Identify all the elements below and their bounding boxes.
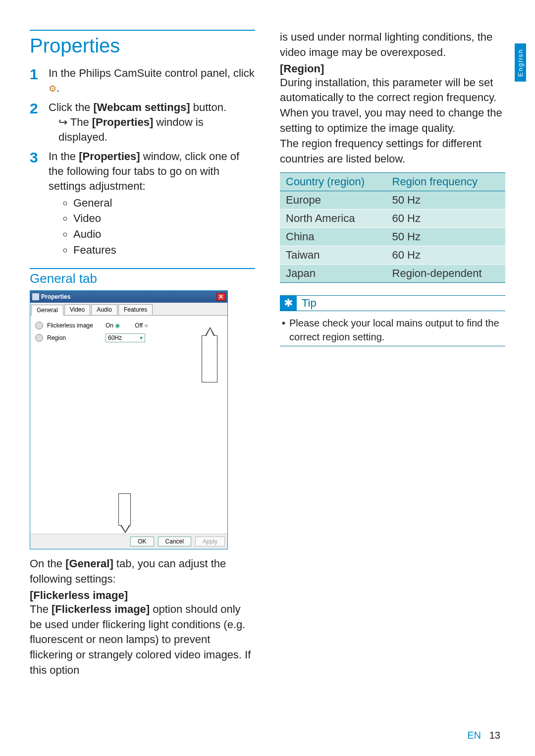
tip-box: ✱ Tip Please check your local mains outp… [280, 295, 505, 346]
step-1-body: In the Philips CamSuite control panel, c… [49, 66, 255, 95]
region-body: During installation, this parameter will… [280, 75, 505, 136]
region-frequency-table: Country (region) Region frequency Europe… [280, 172, 505, 283]
apply-button[interactable]: Apply [195, 537, 225, 546]
tab-features[interactable]: Features [118, 304, 153, 315]
step-number-2: 2 [30, 100, 49, 116]
tab-audio[interactable]: Audio [91, 304, 117, 315]
general-tab-heading: General tab [30, 268, 255, 286]
flickerless-label: Flickerless image [47, 322, 102, 329]
table-row: JapanRegion-dependent [280, 265, 505, 283]
cancel-button[interactable]: Cancel [158, 537, 191, 546]
table-row: Taiwan60 Hz [280, 246, 505, 265]
app-icon [32, 293, 39, 300]
region-label: Region [47, 334, 102, 341]
step-3-item: Audio [73, 227, 255, 242]
step-3-item: General [73, 196, 255, 211]
step-3-body: In the [Properties] window, click one of… [49, 149, 255, 258]
flickerless-on-radio[interactable]: On ◉ [106, 322, 120, 329]
flickerless-icon [35, 322, 43, 329]
region-icon [35, 334, 43, 342]
callout-arrow-ok [118, 493, 131, 526]
step-3-item: Video [73, 211, 255, 226]
ok-button[interactable]: OK [130, 537, 154, 546]
close-icon[interactable]: ✕ [216, 293, 225, 301]
properties-window: Properties ✕ General Video Audio Feature… [30, 290, 228, 549]
step-3-item: Features [73, 243, 255, 258]
gear-icon: ⚙ [49, 83, 56, 95]
tip-label: Tip [302, 297, 317, 310]
table-row: North America60 Hz [280, 210, 505, 228]
region-heading: [Region] [280, 62, 505, 75]
flicker-continuation: is used under normal lighting conditions… [280, 30, 505, 60]
region-body-2: The region frequency settings for differ… [280, 136, 505, 167]
tabs-row: General Video Audio Features [30, 303, 227, 316]
flickerless-off-radio[interactable]: Off ○ [135, 322, 148, 329]
table-row: Europe50 Hz [280, 191, 505, 210]
table-header-frequency: Region frequency [386, 173, 505, 191]
tip-text: Please check your local mains output to … [280, 311, 505, 346]
table-row: China50 Hz [280, 228, 505, 246]
callout-arrow-region [202, 335, 217, 382]
flickerless-body: The [Flickerless image] option should on… [30, 602, 255, 678]
page-footer: EN 13 [467, 730, 500, 741]
section-title: Properties [30, 30, 255, 57]
tab-general[interactable]: General [31, 305, 63, 316]
region-select[interactable]: 60Hz▾ [106, 333, 145, 342]
step-number-1: 1 [30, 66, 49, 82]
tab-video[interactable]: Video [64, 304, 90, 315]
general-intro: On the [General] tab, you can adjust the… [30, 556, 255, 587]
step-2-body: Click the [Webcam settings] button. The … [49, 100, 255, 144]
chevron-down-icon: ▾ [140, 334, 143, 341]
table-header-country: Country (region) [280, 173, 386, 191]
language-side-tab: English [515, 44, 526, 82]
window-titlebar: Properties ✕ [30, 291, 227, 303]
flickerless-heading: [Flickerless image] [30, 589, 255, 602]
step-number-3: 3 [30, 149, 49, 165]
tip-icon: ✱ [280, 296, 297, 311]
